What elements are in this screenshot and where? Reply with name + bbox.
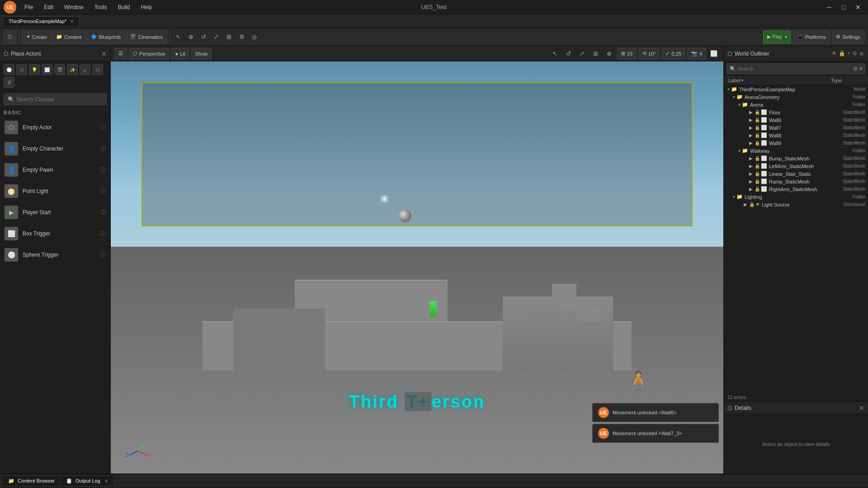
settings-button[interactable]: ⚙ Settings bbox=[832, 30, 864, 44]
output-log-close[interactable]: ✕ bbox=[104, 479, 108, 483]
light-vis-icon[interactable]: ▶ bbox=[744, 202, 747, 207]
menu-edit[interactable]: Edit bbox=[39, 2, 58, 12]
outliner-filter-icon[interactable]: ▾ bbox=[859, 66, 862, 72]
sphere-trigger-info[interactable]: ⓘ bbox=[100, 251, 106, 259]
vr-btn[interactable]: ◎ bbox=[249, 31, 260, 43]
col-label[interactable]: Label ▾ bbox=[726, 77, 829, 84]
content-browser-tab[interactable]: 📁 Content Browser bbox=[3, 476, 61, 486]
place-icon-cinematic[interactable]: 🎬 bbox=[54, 64, 65, 75]
tree-walkway[interactable]: ▾ 📁 Walkway Folder bbox=[724, 147, 868, 155]
vp-angle-btn[interactable]: ⟲ 10° bbox=[638, 48, 660, 60]
empty-character-info[interactable]: ⓘ bbox=[100, 145, 106, 153]
actor-item-player-start[interactable]: ▶ Player Start ⓘ bbox=[0, 202, 110, 223]
empty-pawn-info[interactable]: ⓘ bbox=[100, 166, 106, 174]
tree-light-source[interactable]: ▶ 🔒 ☀ Light Source Directional bbox=[724, 201, 868, 208]
place-icon-lights[interactable]: 💡 bbox=[29, 64, 40, 75]
leftarm-vis-icon[interactable]: ▶ bbox=[749, 164, 753, 169]
vp-maximize-btn[interactable]: ⬜ bbox=[708, 48, 720, 60]
details-close-btn[interactable]: ✕ bbox=[859, 404, 864, 412]
viewport-menu-btn[interactable]: ☰ bbox=[114, 48, 127, 60]
walkway-arrow[interactable]: ▾ bbox=[736, 148, 742, 153]
tree-bump[interactable]: ▶ 🔒 ⬜ Bump_StaticMesh StaticMesh bbox=[724, 155, 868, 162]
tree-wall6[interactable]: ▶ 🔒 ⬜ Wall6 StaticMesh bbox=[724, 116, 868, 124]
wall6-lock-icon[interactable]: 🔒 bbox=[755, 117, 760, 122]
toolbar-mode-select[interactable]: ⬡ bbox=[4, 30, 16, 44]
place-icon-recent[interactable]: 🕐 bbox=[4, 64, 14, 75]
rotate-mode-btn[interactable]: ↺ bbox=[198, 31, 210, 43]
floor-lock-icon[interactable]: 🔒 bbox=[755, 110, 760, 115]
outliner-settings-icon[interactable]: ⚙ bbox=[852, 50, 857, 57]
content-button[interactable]: 📁 Content bbox=[52, 30, 86, 44]
menu-tools[interactable]: Tools bbox=[90, 2, 112, 12]
tree-root[interactable]: ▾ 📁 ThirdPersonExampleMap World bbox=[724, 85, 868, 93]
wall7-lock-icon[interactable]: 🔒 bbox=[755, 125, 760, 130]
viewport-show-btn[interactable]: Show bbox=[191, 48, 212, 60]
tree-wall7[interactable]: ▶ 🔒 ⬜ Wall7 StaticMesh bbox=[724, 124, 868, 131]
vp-camera-btn[interactable]: 📷 4 bbox=[687, 48, 706, 60]
empty-actor-info[interactable]: ⓘ bbox=[100, 124, 106, 131]
arena-arrow[interactable]: ▾ bbox=[736, 102, 742, 107]
tree-arena[interactable]: ▾ 📁 Arena Folder bbox=[724, 101, 868, 108]
vp-surface-snap-btn[interactable]: ⊞ bbox=[590, 48, 602, 60]
arena-geometry-arrow[interactable]: ▾ bbox=[731, 94, 736, 99]
col-type[interactable]: Type bbox=[829, 77, 865, 84]
tree-rightarm[interactable]: ▶ 🔒 ⬜ RightArm_StaticMesh StaticMesh bbox=[724, 185, 868, 193]
vp-scale-grid-btn[interactable]: ⤢ 0,25 bbox=[661, 48, 685, 60]
actor-item-point-light[interactable]: ⬤ Point Light ⓘ bbox=[0, 181, 110, 202]
play-dropdown-icon[interactable]: ▾ bbox=[785, 34, 787, 39]
place-icon-visual[interactable]: ✨ bbox=[67, 64, 78, 75]
menu-file[interactable]: File bbox=[20, 2, 38, 12]
leftarm-lock-icon[interactable]: 🔒 bbox=[755, 164, 760, 169]
place-actors-close[interactable]: ✕ bbox=[101, 50, 107, 57]
rightarm-vis-icon[interactable]: ▶ bbox=[749, 187, 753, 192]
output-log-tab[interactable]: 📋 Output Log ✕ bbox=[61, 476, 114, 486]
vp-transform-btn[interactable]: ⊕ bbox=[604, 48, 615, 60]
lighting-arrow[interactable]: ▾ bbox=[731, 194, 736, 199]
wall7-vis-icon[interactable]: ▶ bbox=[749, 125, 753, 130]
outliner-lock-icon[interactable]: 🔒 bbox=[839, 50, 845, 57]
wall9-vis-icon[interactable]: ▶ bbox=[749, 141, 753, 145]
actor-item-empty-character[interactable]: 👤 Empty Character ⓘ bbox=[0, 138, 110, 160]
wall6-vis-icon[interactable]: ▶ bbox=[749, 117, 753, 122]
maximize-button[interactable]: □ bbox=[837, 3, 850, 12]
outliner-search-options[interactable]: ⊞ bbox=[853, 66, 858, 72]
move-mode-btn[interactable]: ⊕ bbox=[185, 31, 197, 43]
bump-lock-icon[interactable]: 🔒 bbox=[755, 156, 760, 161]
vp-rotate-btn[interactable]: ↺ bbox=[563, 48, 575, 60]
tree-floor[interactable]: ▶ 🔒 ⬜ Floor StaticMesh bbox=[724, 108, 868, 116]
actor-item-box-trigger[interactable]: ⬜ Box Trigger ⓘ bbox=[0, 223, 110, 244]
search-classes-input[interactable] bbox=[16, 96, 103, 103]
menu-build[interactable]: Build bbox=[113, 2, 135, 12]
place-icon-geometry[interactable]: △ bbox=[80, 64, 90, 75]
tree-lighting[interactable]: ▾ 📁 Lighting Folder bbox=[724, 193, 868, 201]
wall8-vis-icon[interactable]: ▶ bbox=[749, 133, 753, 138]
actor-item-empty-actor[interactable]: ⬡ Empty Actor ⓘ bbox=[0, 117, 110, 138]
tree-wall8[interactable]: ▶ 🔒 ⬜ Wall8 StaticMesh bbox=[724, 131, 868, 139]
main-tab[interactable]: ThirdPersonExampleMap* ✕ bbox=[3, 16, 80, 26]
ramp-vis-icon[interactable]: ▶ bbox=[749, 179, 753, 184]
vp-grid-btn[interactable]: ⊞ 10 bbox=[617, 48, 637, 60]
outliner-close-btn[interactable]: ✕ bbox=[859, 50, 864, 57]
place-icon-basic[interactable]: ⬡ bbox=[16, 64, 27, 75]
wall9-lock-icon[interactable]: 🔒 bbox=[755, 141, 760, 145]
place-icon-volumes[interactable]: ⬡ bbox=[92, 64, 103, 75]
scale-mode-btn[interactable]: ⤢ bbox=[211, 31, 222, 43]
tree-wall9[interactable]: ▶ 🔒 ⬜ Wall9 StaticMesh bbox=[724, 139, 868, 147]
outliner-add-icon[interactable]: + bbox=[847, 50, 850, 57]
actor-item-sphere-trigger[interactable]: ⚪ Sphere Trigger ⓘ bbox=[0, 244, 110, 266]
tree-linear[interactable]: ▶ 🔒 ⬜ Linear_Stair_Static StaticMesh bbox=[724, 170, 868, 178]
place-icon-shapes[interactable]: ⬜ bbox=[42, 64, 52, 75]
place-icon-all[interactable]: ☰ bbox=[4, 77, 14, 88]
select-mode-btn[interactable]: ↖ bbox=[173, 31, 184, 43]
box-trigger-info[interactable]: ⓘ bbox=[100, 230, 106, 238]
linear-lock-icon[interactable]: 🔒 bbox=[755, 171, 760, 176]
play-button[interactable]: ▶ Play ▾ bbox=[763, 30, 791, 44]
vp-scale-btn[interactable]: ⤢ bbox=[576, 48, 588, 60]
viewport-perspective-btn[interactable]: ⬡ Perspective bbox=[129, 48, 169, 60]
snap-btn[interactable]: ⊞ bbox=[223, 31, 235, 43]
tree-leftarm[interactable]: ▶ 🔒 ⬜ LeftArm_StaticMesh StaticMesh bbox=[724, 162, 868, 170]
close-button[interactable]: ✕ bbox=[852, 3, 864, 12]
outliner-eye-icon[interactable]: 👁 bbox=[831, 50, 837, 57]
menu-window[interactable]: Window bbox=[60, 2, 88, 12]
player-start-info[interactable]: ⓘ bbox=[100, 209, 106, 216]
